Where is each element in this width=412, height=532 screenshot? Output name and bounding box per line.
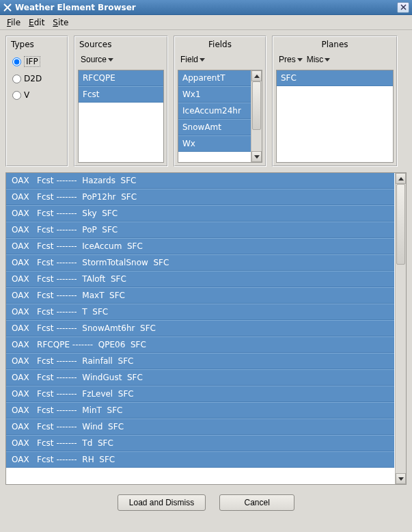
- result-row[interactable]: OAX Fcst ------- IceAccum SFC: [6, 238, 394, 254]
- type-radio-ifp[interactable]: IFP: [12, 56, 61, 67]
- results-scrollbar[interactable]: [395, 173, 406, 484]
- sources-listbox[interactable]: RFCQPEFcst: [78, 70, 164, 163]
- fields-label: Fields: [176, 38, 264, 52]
- result-row[interactable]: OAX Fcst ------- PoP SFC: [6, 222, 394, 238]
- window-title: Weather Element Browser: [15, 3, 136, 12]
- result-row[interactable]: OAX Fcst ------- RH SFC: [6, 451, 394, 468]
- chevron-down-icon: [108, 58, 113, 62]
- result-row[interactable]: OAX Fcst ------- TAloft SFC: [6, 271, 394, 287]
- field-item[interactable]: Wx1: [178, 86, 251, 103]
- type-radio-ifp-input[interactable]: [12, 57, 21, 66]
- type-radio-v-label: V: [24, 90, 29, 100]
- types-panel: Types IFP D2D V: [5, 36, 68, 167]
- load-dismiss-button[interactable]: Load and Dismiss: [118, 494, 206, 511]
- result-row[interactable]: OAX Fcst ------- Td SFC: [6, 435, 394, 451]
- result-row[interactable]: OAX Fcst ------- SnowAmt6hr SFC: [6, 320, 394, 336]
- menu-file[interactable]: File: [3, 16, 25, 29]
- close-button[interactable]: [397, 2, 409, 13]
- sources-label: Sources: [77, 38, 165, 52]
- scroll-down-button[interactable]: [251, 151, 262, 162]
- source-dropdown[interactable]: Source: [79, 53, 115, 66]
- panels-row: Types IFP D2D V Sources Source RFCQPEFcs…: [0, 30, 412, 172]
- type-radio-v-input[interactable]: [12, 91, 21, 100]
- planes-panel: Planes Pres Misc SFC: [272, 36, 398, 167]
- cancel-button[interactable]: Cancel: [219, 494, 294, 511]
- planes-label: Planes: [275, 38, 395, 52]
- button-row: Load and Dismiss Cancel: [0, 485, 412, 520]
- scroll-up-button[interactable]: [251, 70, 262, 81]
- scroll-up-button[interactable]: [396, 173, 406, 184]
- results-panel: OAX Fcst ------- Hazards SFCOAX Fcst ---…: [5, 172, 407, 485]
- misc-dropdown[interactable]: Misc: [305, 53, 332, 66]
- result-row[interactable]: OAX Fcst ------- Hazards SFC: [6, 173, 394, 189]
- source-dropdown-label: Source: [81, 55, 107, 64]
- arrow-up-icon: [398, 177, 404, 181]
- result-row[interactable]: OAX Fcst ------- PoP12hr SFC: [6, 189, 394, 205]
- arrow-up-icon: [254, 75, 260, 78]
- pres-dropdown[interactable]: Pres: [277, 53, 304, 66]
- type-radio-v[interactable]: V: [12, 90, 61, 100]
- type-radio-d2d[interactable]: D2D: [12, 74, 61, 83]
- titlebar: Weather Element Browser: [0, 0, 412, 15]
- field-item[interactable]: IceAccum24hr: [178, 103, 251, 119]
- result-row[interactable]: OAX Fcst ------- StormTotalSnow SFC: [6, 254, 394, 271]
- scroll-track[interactable]: [251, 81, 262, 151]
- arrow-down-icon: [398, 477, 404, 481]
- app-icon: [3, 3, 12, 12]
- fields-listbox[interactable]: ApparentTWx1IceAccum24hrSnowAmtWx: [178, 70, 262, 163]
- scroll-thumb[interactable]: [396, 184, 405, 265]
- chevron-down-icon: [297, 58, 303, 62]
- menubar: File Edit Site: [0, 15, 412, 30]
- arrow-down-icon: [254, 155, 260, 159]
- menu-site[interactable]: Site: [49, 16, 72, 29]
- scroll-thumb[interactable]: [252, 81, 261, 130]
- menu-edit[interactable]: Edit: [25, 16, 49, 29]
- result-row[interactable]: OAX RFCQPE ------- QPE06 SFC: [6, 336, 394, 353]
- field-dropdown-label: Field: [180, 55, 198, 64]
- result-row[interactable]: OAX Fcst ------- Rainfall SFC: [6, 353, 394, 369]
- pres-dropdown-label: Pres: [279, 55, 296, 64]
- field-item[interactable]: Wx: [178, 135, 251, 152]
- plane-item[interactable]: SFC: [277, 70, 393, 86]
- result-row[interactable]: OAX Fcst ------- Wind SFC: [6, 418, 394, 435]
- chevron-down-icon: [200, 58, 205, 62]
- result-row[interactable]: OAX Fcst ------- MinT SFC: [6, 402, 394, 418]
- field-item[interactable]: ApparentT: [178, 70, 251, 86]
- misc-dropdown-label: Misc: [307, 55, 324, 64]
- scroll-track[interactable]: [396, 184, 406, 473]
- result-row[interactable]: OAX Fcst ------- T SFC: [6, 304, 394, 320]
- field-item[interactable]: SnowAmt: [178, 119, 251, 135]
- planes-listbox[interactable]: SFC: [276, 70, 394, 163]
- fields-scrollbar[interactable]: [251, 70, 262, 162]
- source-item[interactable]: RFCQPE: [79, 70, 163, 86]
- scroll-down-button[interactable]: [396, 473, 406, 484]
- type-radio-ifp-label: IFP: [24, 56, 40, 67]
- result-row[interactable]: OAX Fcst ------- Sky SFC: [6, 205, 394, 222]
- close-icon: [400, 4, 407, 10]
- results-listbox[interactable]: OAX Fcst ------- Hazards SFCOAX Fcst ---…: [6, 173, 394, 484]
- chevron-down-icon: [325, 58, 330, 62]
- types-label: Types: [8, 38, 66, 52]
- result-row[interactable]: OAX Fcst ------- FzLevel SFC: [6, 386, 394, 402]
- sources-panel: Sources Source RFCQPEFcst: [74, 36, 168, 167]
- type-radio-d2d-input[interactable]: [12, 75, 21, 83]
- field-dropdown[interactable]: Field: [179, 53, 206, 66]
- result-row[interactable]: OAX Fcst ------- WindGust SFC: [6, 369, 394, 386]
- result-row[interactable]: OAX Fcst ------- MaxT SFC: [6, 287, 394, 304]
- source-item[interactable]: Fcst: [79, 86, 163, 103]
- type-radio-d2d-label: D2D: [24, 74, 42, 83]
- fields-panel: Fields Field ApparentTWx1IceAccum24hrSno…: [174, 36, 266, 167]
